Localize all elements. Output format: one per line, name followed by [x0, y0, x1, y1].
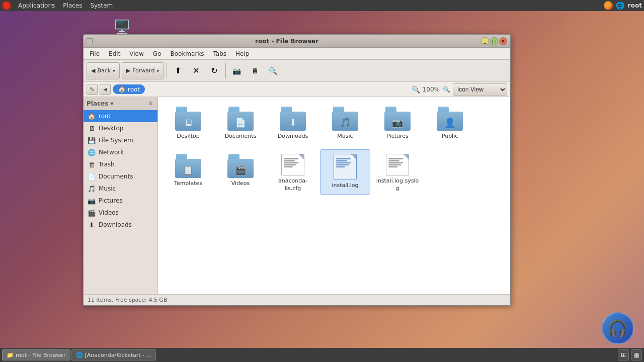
- sidebar-item-desktop[interactable]: 🖥 Desktop: [84, 122, 157, 134]
- view-selector[interactable]: Icon View List View Compact View: [453, 83, 507, 96]
- network-icon[interactable]: 🌐: [616, 1, 625, 10]
- window-maximize-btn[interactable]: □: [490, 37, 498, 45]
- file-item-desktop[interactable]: 🖥 Desktop: [163, 102, 213, 147]
- file-name-public: Public: [442, 133, 458, 140]
- file-name-install-log: install.log: [332, 182, 358, 189]
- sidebar-item-documents[interactable]: 📄 Documents: [84, 170, 157, 183]
- reload-button[interactable]: ↻: [206, 63, 222, 79]
- sidebar-item-network[interactable]: 🌐 Network: [84, 146, 157, 158]
- zoom-controls: 🔍 100% 🔍 Icon View List View Compact Vie…: [412, 83, 507, 96]
- sidebar-network-label: Network: [99, 149, 124, 156]
- templates-folder-icon: 📋: [175, 154, 201, 178]
- username-label: root: [628, 2, 642, 9]
- menu-bookmarks[interactable]: Bookmarks: [166, 49, 208, 58]
- search-button[interactable]: 🔍: [265, 63, 281, 79]
- computer-button[interactable]: 🖥: [247, 63, 263, 79]
- stop-button[interactable]: ✕: [188, 63, 204, 79]
- forward-button[interactable]: ▶ Forward ▾: [122, 62, 164, 79]
- pictures-folder-icon: 📷: [384, 107, 411, 131]
- location-bar: ✎ ◀ 🏠 root 🔍 100% 🔍 Icon View List View …: [84, 82, 510, 97]
- file-name-music: Music: [337, 133, 353, 140]
- menu-help[interactable]: Help: [231, 49, 253, 58]
- top-menu-bar: Applications Places System 🌐 root: [0, 0, 644, 11]
- menu-view[interactable]: View: [125, 49, 147, 58]
- taskbar-file-browser-label: root - File Browser: [16, 352, 66, 358]
- file-name-desktop: Desktop: [177, 133, 199, 140]
- file-item-downloads[interactable]: ⬇ Downloads: [268, 102, 318, 147]
- toolbar-sep-1: [167, 63, 167, 78]
- location-root-pill[interactable]: 🏠 root: [113, 84, 145, 94]
- menu-file[interactable]: File: [86, 49, 104, 58]
- status-text: 11 items, Free space: 4.5 GB: [88, 297, 167, 303]
- forward-label: Forward: [132, 67, 154, 74]
- sidebar-downloads-icon: ⬇: [88, 221, 96, 229]
- file-item-pictures[interactable]: 📷 Pictures: [372, 102, 423, 147]
- sidebar-item-downloads[interactable]: ⬇ Downloads: [84, 219, 157, 231]
- file-grid: 🖥 Desktop 📄 Documents ⬇: [158, 97, 510, 294]
- taskbar-item-anaconda[interactable]: 🌐 [Anaconda/Kickstart - ...: [71, 349, 156, 360]
- sidebar-videos-icon: 🎬: [88, 209, 96, 217]
- file-item-install-log-syslog[interactable]: install.log.syslog: [372, 149, 423, 195]
- window-title: root - File Browser: [93, 38, 481, 45]
- bottom-avatar: 🎧: [602, 312, 634, 344]
- file-item-videos[interactable]: 🎬 Videos: [215, 149, 266, 195]
- sidebar-videos-label: Videos: [99, 209, 119, 216]
- taskbar-item-file-browser[interactable]: 📁 root - File Browser: [2, 349, 70, 360]
- file-name-install-log-syslog: install.log.syslog: [375, 177, 420, 192]
- location-nav-btn[interactable]: ◀: [100, 84, 111, 95]
- window-close-btn[interactable]: ✕: [499, 37, 507, 45]
- file-item-documents[interactable]: 📄 Documents: [215, 102, 266, 147]
- file-item-templates[interactable]: 📋 Templates: [163, 149, 213, 195]
- avatar-image: 🎧: [602, 312, 634, 344]
- sidebar-downloads-label: Downloads: [99, 221, 132, 228]
- menu-go[interactable]: Go: [149, 49, 166, 58]
- taskbar-file-browser-icon: 📁: [7, 352, 14, 358]
- install-log-syslog-icon: [386, 154, 409, 175]
- firefox-icon[interactable]: [604, 1, 613, 10]
- sidebar-desktop-label: Desktop: [99, 125, 124, 132]
- top-menu-system[interactable]: System: [87, 1, 116, 10]
- sidebar-close-btn[interactable]: ✕: [146, 100, 154, 108]
- folder-emblem: 👤: [444, 117, 455, 128]
- taskbar-desktop-btn[interactable]: ⊞: [618, 349, 629, 360]
- taskbar-anaconda-icon: 🌐: [76, 352, 83, 358]
- file-item-anaconda-ks[interactable]: anaconda-ks.cfg: [268, 149, 318, 195]
- window-minimize-btn[interactable]: _: [481, 37, 489, 45]
- zoom-out-btn[interactable]: 🔍: [412, 85, 421, 94]
- up-button[interactable]: ⬆: [170, 63, 186, 79]
- back-button[interactable]: ◀ Back ▾: [87, 62, 120, 79]
- file-item-public[interactable]: 👤 Public: [425, 102, 475, 147]
- sidebar-item-trash[interactable]: 🗑 Trash: [84, 158, 157, 170]
- window-titlebar: root - File Browser _ □ ✕: [84, 35, 510, 48]
- window-left-btn[interactable]: [87, 38, 93, 44]
- sidebar-item-root[interactable]: 🏠 root: [84, 110, 157, 122]
- desktop-folder-icon: 🖥: [175, 107, 201, 131]
- sidebar-filesystem-label: File System: [99, 137, 133, 144]
- sidebar-root-icon: 🏠: [88, 112, 96, 120]
- taskbar-show-desktop-btn[interactable]: ▦: [631, 349, 642, 360]
- menu-edit[interactable]: Edit: [105, 49, 124, 58]
- back-label: Back: [97, 67, 111, 74]
- window-controls: _ □ ✕: [481, 37, 507, 45]
- sidebar-item-music[interactable]: 🎵 Music: [84, 183, 157, 195]
- menu-tabs[interactable]: Tabs: [209, 49, 231, 58]
- toolbar-sep-2: [225, 63, 226, 78]
- sidebar-network-icon: 🌐: [88, 148, 96, 156]
- sidebar-item-filesystem[interactable]: 💾 File System: [84, 134, 157, 146]
- sidebar-trash-label: Trash: [99, 161, 115, 168]
- sidebar-item-videos[interactable]: 🎬 Videos: [84, 207, 157, 219]
- folder-emblem: ⬇: [289, 117, 296, 128]
- location-toggle-btn[interactable]: ✎: [87, 84, 98, 95]
- sidebar: Places ▾ ✕ 🏠 root 🖥 Desktop 💾 File Syste…: [84, 97, 158, 294]
- top-menu-applications[interactable]: Applications: [15, 1, 58, 10]
- file-item-music[interactable]: 🎵 Music: [320, 102, 370, 147]
- music-folder-icon: 🎵: [332, 107, 358, 131]
- taskbar: 📁 root - File Browser 🌐 [Anaconda/Kickst…: [0, 348, 644, 362]
- file-item-install-log[interactable]: install.log: [320, 149, 370, 195]
- zoom-level-label: 100%: [423, 86, 440, 93]
- top-menu-places[interactable]: Places: [60, 1, 85, 10]
- root-folder-icon: 🏠: [118, 85, 126, 93]
- home-button[interactable]: 📷: [229, 63, 245, 79]
- sidebar-item-pictures[interactable]: 📷 Pictures: [84, 195, 157, 207]
- zoom-in-btn[interactable]: 🔍: [442, 85, 451, 94]
